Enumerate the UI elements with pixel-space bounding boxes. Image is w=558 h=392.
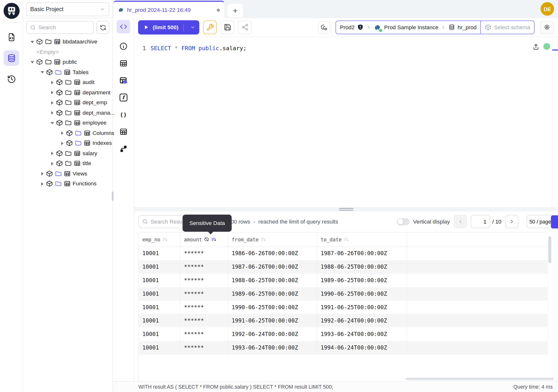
- tree-item[interactable]: department: [23, 87, 113, 97]
- table-cell[interactable]: ******: [181, 341, 228, 355]
- functions-panel-button[interactable]: f: [117, 93, 130, 102]
- user-avatar[interactable]: DE: [541, 2, 554, 16]
- table-row[interactable]: 10001******1987-06-26T00:00:00Z1988-06-2…: [139, 260, 548, 274]
- horizontal-scrollbar[interactable]: [406, 377, 554, 380]
- table-cell[interactable]: 10001: [139, 341, 181, 355]
- tree-caret-icon[interactable]: [50, 90, 54, 94]
- tree-item[interactable]: Indexes: [23, 138, 113, 148]
- schema-diagram-button[interactable]: [117, 145, 130, 153]
- table-row[interactable]: 10001******1991-06-25T00:00:00Z1992-06-2…: [139, 314, 548, 328]
- rail-history-button[interactable]: [4, 71, 19, 87]
- tree-item[interactable]: employee: [23, 118, 113, 128]
- table-cell[interactable]: ******: [181, 301, 228, 314]
- run-options-button[interactable]: [187, 25, 198, 30]
- table-cell[interactable]: 10001: [139, 314, 181, 328]
- page-size-select[interactable]: 50 / page: [527, 215, 554, 228]
- run-query-button[interactable]: (limit 500): [138, 20, 199, 34]
- sort-icon[interactable]: [343, 236, 349, 242]
- panel-resize-handle[interactable]: [134, 207, 558, 211]
- table-cell[interactable]: 1986-06-26T00:00:00Z: [228, 247, 317, 261]
- table-cell[interactable]: 1992-06-24T00:00:00Z: [317, 314, 407, 328]
- tables-panel-button[interactable]: [117, 59, 130, 68]
- tree-item[interactable]: title: [23, 158, 113, 168]
- column-header-to-date[interactable]: to_date: [317, 232, 407, 246]
- tree-item[interactable]: dept_emp: [23, 97, 113, 108]
- table-row[interactable]: 10001******1989-06-25T00:00:00Z1990-06-2…: [139, 287, 548, 301]
- table-cell[interactable]: 1994-06-24T00:00:00Z: [317, 341, 407, 355]
- table-cell[interactable]: 1990-06-25T00:00:00Z: [228, 301, 317, 314]
- worksheet-tab[interactable]: hr_prod 2024-11-22 16:49: [113, 1, 224, 18]
- table-cell[interactable]: 1992-06-24T00:00:00Z: [228, 328, 317, 341]
- admin-mode-button[interactable]: [203, 20, 217, 34]
- column-header-from-date[interactable]: from_date: [228, 232, 317, 246]
- tree-caret-icon[interactable]: [30, 60, 34, 64]
- tree-caret-icon[interactable]: [30, 40, 34, 44]
- page-number-input[interactable]: [471, 215, 490, 228]
- sidebar-resize-handle[interactable]: [112, 192, 113, 200]
- external-tables-panel-button[interactable]: [117, 127, 130, 136]
- table-cell[interactable]: 1990-06-25T00:00:00Z: [317, 287, 407, 301]
- tree-caret-icon[interactable]: [60, 131, 64, 135]
- add-tab-button[interactable]: +: [227, 4, 243, 17]
- table-cell[interactable]: 1988-06-25T00:00:00Z: [228, 274, 317, 287]
- prev-page-button[interactable]: [454, 215, 467, 228]
- tree-item[interactable]: audit: [23, 77, 113, 87]
- table-cell[interactable]: ******: [181, 274, 228, 287]
- tree-caret-icon[interactable]: [50, 111, 54, 115]
- table-cell[interactable]: ******: [181, 328, 228, 341]
- sql-editor[interactable]: 1 SELECT * FROM public.salary;: [134, 37, 558, 207]
- editor-view-button[interactable]: [117, 20, 130, 34]
- save-sheet-button[interactable]: [221, 20, 234, 34]
- bytebase-logo[interactable]: [4, 3, 19, 19]
- table-cell[interactable]: 10001: [139, 247, 181, 261]
- table-row[interactable]: 10001******1988-06-25T00:00:00Z1989-06-2…: [139, 274, 548, 287]
- tree-caret-icon[interactable]: [50, 151, 54, 155]
- refresh-schema-button[interactable]: [96, 21, 109, 34]
- share-sheet-button[interactable]: [238, 20, 252, 34]
- tree-caret-icon[interactable]: [60, 141, 64, 145]
- table-cell[interactable]: 10001: [139, 328, 181, 341]
- connection-selector[interactable]: Prod2 Prod Sample Instance hr_prod: [336, 21, 480, 34]
- rail-databases-button[interactable]: [4, 50, 19, 66]
- table-row[interactable]: 10001******1992-06-24T00:00:00Z1993-06-2…: [139, 328, 548, 341]
- table-cell[interactable]: 1991-06-25T00:00:00Z: [317, 301, 407, 314]
- column-header-emp-no[interactable]: emp_no: [139, 232, 181, 246]
- sort-icon[interactable]: [162, 236, 168, 242]
- tree-caret-icon[interactable]: [50, 80, 54, 84]
- tree-item[interactable]: <Empty>: [23, 47, 113, 57]
- tree-item[interactable]: Functions: [23, 179, 113, 189]
- tree-item[interactable]: bbdataarchive: [23, 37, 113, 47]
- masked-data-panel-button[interactable]: [117, 76, 130, 85]
- table-cell[interactable]: 1989-06-25T00:00:00Z: [317, 274, 407, 287]
- table-row[interactable]: 10001******1990-06-25T00:00:00Z1991-06-2…: [139, 301, 548, 314]
- table-cell[interactable]: ******: [181, 314, 228, 328]
- sidebar-search-input[interactable]: [38, 24, 90, 31]
- table-cell[interactable]: ******: [181, 260, 228, 274]
- table-cell[interactable]: 1993-06-24T00:00:00Z: [228, 341, 317, 355]
- sidebar-search-box[interactable]: [26, 21, 94, 34]
- sort-icon[interactable]: [261, 236, 266, 242]
- table-cell[interactable]: 10001: [139, 301, 181, 314]
- table-cell[interactable]: 10001: [139, 260, 181, 274]
- schema-selector[interactable]: Select schema: [480, 21, 534, 34]
- table-row[interactable]: 10001******1986-06-26T00:00:00Z1987-06-2…: [139, 247, 548, 261]
- rail-worksheets-button[interactable]: [4, 29, 19, 45]
- eye-off-icon[interactable]: [204, 237, 209, 242]
- table-cell[interactable]: 1987-06-26T00:00:00Z: [228, 260, 317, 274]
- next-page-button[interactable]: [506, 215, 519, 228]
- tree-item[interactable]: dept_mana...: [23, 108, 113, 118]
- ai-assistant-button[interactable]: ❋: [540, 20, 554, 34]
- column-header-amount[interactable]: amount: [181, 232, 228, 246]
- table-cell[interactable]: 1991-06-25T00:00:00Z: [228, 314, 317, 328]
- tree-caret-icon[interactable]: [40, 182, 44, 186]
- tree-item[interactable]: Views: [23, 168, 113, 179]
- tree-item[interactable]: public: [23, 57, 113, 67]
- format-sql-button[interactable]: [318, 21, 330, 33]
- table-cell[interactable]: 10001: [139, 287, 181, 301]
- tree-caret-icon[interactable]: [50, 161, 54, 165]
- upload-icon[interactable]: [532, 43, 540, 51]
- sort-icon-active[interactable]: [211, 236, 217, 242]
- table-row[interactable]: 10001******1993-06-24T00:00:00Z1994-06-2…: [139, 341, 548, 355]
- tree-item[interactable]: Columns: [23, 128, 113, 138]
- table-cell[interactable]: 1993-06-24T00:00:00Z: [317, 328, 407, 341]
